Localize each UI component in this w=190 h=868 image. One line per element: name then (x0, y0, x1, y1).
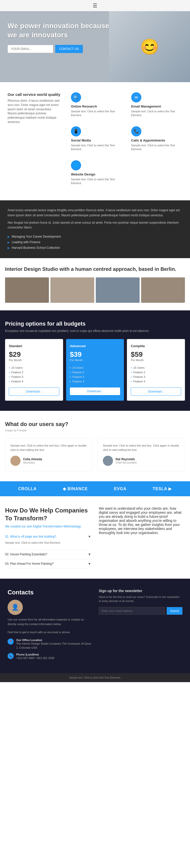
newsletter-form: Submit (99, 607, 182, 615)
service-text-0: Sample text. Click to select the Text El… (71, 110, 122, 117)
newsletter-title: Sign up for the newsletter (99, 589, 182, 593)
service-title-1: Email Management (131, 104, 183, 108)
testimonial-text-0: Sample text. Click to select the text bo… (10, 443, 87, 452)
accordion-item-0: 01. What is off page seo link building? … (5, 532, 91, 550)
studio-title: Interior Design Studio with a human cent… (5, 266, 185, 272)
accordion-header-0[interactable]: 01. What is off page seo link building? … (5, 534, 91, 538)
contacts-description: Use our contact form for all information… (8, 617, 91, 626)
phone-icon: 📞 (8, 653, 14, 659)
plan-name-0: Standart (9, 344, 59, 348)
newsletter-email-input[interactable] (99, 607, 165, 615)
feature-1-1: Feature 2 (70, 370, 120, 375)
hero-email-input[interactable] (8, 45, 53, 53)
logo-crolla: CROLLA (18, 487, 37, 491)
email-management-icon: ✉ (131, 92, 141, 102)
logo-evga: EVGA (114, 487, 126, 491)
accordion-item-2: 03. Plan Ahead For Home Painting? ▼ (5, 559, 91, 568)
author-role-0: Secretary (23, 461, 42, 464)
menu-icon[interactable]: ☰ (93, 3, 97, 9)
hero-section: We power innovation because we are innov… (0, 11, 190, 82)
service-item-1: ✉ Email Management Sample text. Click to… (129, 90, 185, 120)
office-label: Our Office Location (16, 639, 91, 642)
newsletter-text: Want to be the first to read our news? S… (99, 595, 182, 603)
service-item-2: 📱 Social Media Sample text. Click to sel… (68, 124, 125, 154)
transform-right: We want to understand who your clients a… (99, 506, 185, 568)
service-title-0: Online Research (71, 104, 122, 108)
contact-office: 📍 Our Office Location The Interior Desig… (8, 639, 91, 650)
service-main: Our call service world quality Rhoncus d… (5, 90, 63, 193)
accordion-header-2[interactable]: 03. Plan Ahead For Home Painting? ▼ (5, 562, 91, 566)
download-standart-button[interactable]: Download ↓ (9, 388, 59, 396)
transform-right-text: We want to understand who your clients a… (99, 506, 185, 535)
feature-0-3: Feature 4 (9, 379, 59, 384)
newsletter-section: Sign up for the newsletter Want to be th… (99, 589, 182, 663)
social-media-icon: 📱 (71, 126, 81, 136)
plan-price-0: $29 (9, 350, 59, 359)
author-name-0: Celia Almeda (23, 458, 42, 461)
services-section: Our call service world quality Rhoncus d… (0, 82, 190, 200)
hero-person-image: 😊 (109, 11, 190, 82)
pricing-section: Pricing options for all budgets Excepteu… (0, 310, 190, 411)
testimonials-title: What do our users say? (5, 421, 185, 428)
contacts-left: Contacts 👤 Use our contact form for all … (8, 589, 91, 663)
transform-section: How Do We Help Companies To Transform? W… (0, 496, 190, 579)
accordion-question-2: 03. Plan Ahead For Home Painting? (5, 562, 54, 565)
accordion-content-0: Sample text. Click to select the Text El… (5, 538, 91, 547)
accordion-item-1: 02. House Painting Essentials? ▼ (5, 550, 91, 559)
pricing-subtitle: Excepteur sint occaecat cupidatat non pr… (5, 329, 185, 333)
author-name-1: Nat Reynolds (116, 458, 136, 461)
feature-0-2: Feature 3 (9, 375, 59, 379)
service-main-title: Our call service world quality (8, 92, 61, 97)
feature-2-0: 15 Users (131, 365, 181, 370)
accordion-arrow-2: ▼ (88, 562, 91, 566)
studio-image-4 (141, 277, 185, 303)
contact-phone: 📞 Phone (Landline) +912 567 8987 +912 35… (8, 653, 91, 660)
pricing-card-standart: Standart $29 Per Month 15 Users Feature … (5, 339, 63, 401)
accordion-arrow-1: ▼ (88, 552, 91, 556)
service-text-2: Sample text. Click to select the Text El… (71, 144, 122, 151)
testimonials-section: What do our users say? Image by Freepik … (0, 411, 190, 481)
newsletter-submit-button[interactable]: Submit (167, 607, 182, 615)
plan-features-0: 15 Users Feature 2 Feature 3 Feature 4 (9, 365, 59, 384)
transform-subtitle: We created our own Digital Transformatio… (5, 525, 91, 528)
plan-period-1: Per Month (70, 359, 120, 362)
feature-1-2: Feature 3 (70, 375, 120, 379)
hero-title: We power innovation because we are innov… (8, 21, 114, 40)
studio-image-3 (96, 277, 139, 303)
contacts-title: Contacts (8, 589, 91, 596)
office-value: The Interior Design Studio Company The C… (16, 642, 91, 650)
contacts-email-note: Feel free to get in touch with us via em… (8, 630, 91, 635)
contact-us-button[interactable]: CONTACT US (55, 45, 83, 53)
testimonials-grid: Sample text. Click to select the text bo… (5, 438, 185, 471)
feature-1-0: 15 Users (70, 365, 120, 370)
pricing-grid: Standart $29 Per Month 15 Users Feature … (5, 339, 185, 401)
feature-0-1: Feature 2 (9, 370, 59, 375)
plan-name-1: Advanced (70, 344, 120, 348)
online-research-icon: 🔍 (71, 92, 81, 102)
dark-list-item-2: Harvard Business School Collection (8, 245, 182, 251)
service-main-text: Rhoncus dolor. A lacus vestibulum sed ar… (8, 99, 61, 124)
contacts-section: Contacts 👤 Use our contact form for all … (0, 579, 190, 673)
person-illustration: 😊 (109, 11, 190, 82)
service-title-2: Social Media (71, 138, 122, 142)
testimonial-card-1: Sample text. Click to select the text bo… (98, 438, 185, 471)
website-design-icon: 🌐 (71, 160, 81, 170)
avatar-1 (103, 456, 113, 466)
accordion-header-1[interactable]: 02. House Painting Essentials? ▼ (5, 552, 91, 556)
studio-gallery (5, 277, 185, 303)
transform-left: How Do We Help Companies To Transform? W… (5, 506, 91, 568)
header: ☰ (0, 0, 190, 11)
download-advanced-button[interactable]: Download ↓ (70, 388, 120, 395)
plan-features-1: 15 Users Feature 2 Feature 3 Feature 4 (70, 365, 120, 384)
download-complite-button[interactable]: Download ↓ (131, 388, 181, 396)
studio-image-1 (5, 277, 49, 303)
service-text-4: Sample text. Click to select the Text El… (71, 178, 122, 185)
accordion-question-0: 01. What is off page seo link building? (5, 535, 56, 538)
feature-2-1: Feature 2 (131, 370, 181, 375)
feature-0-0: 15 Users (9, 365, 59, 370)
pricing-title: Pricing options for all budgets (5, 320, 185, 327)
phone-value: +912 567 8987 +912 352 3336 (16, 656, 54, 660)
feature-2-3: Feature 4 (131, 379, 181, 384)
logo-tesla: TESLA ▶ (153, 486, 172, 491)
phone-label: Phone (Landline) (16, 653, 54, 656)
